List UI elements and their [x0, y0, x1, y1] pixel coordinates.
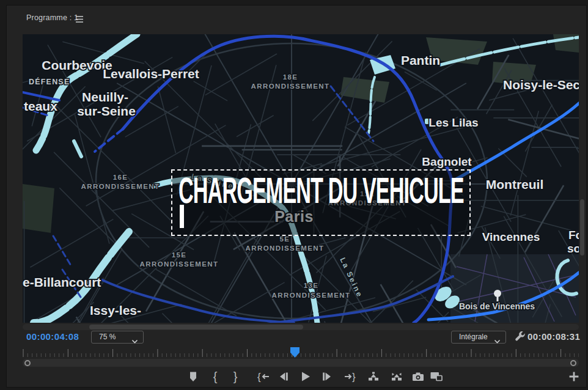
zoom-level-select[interactable]: 75 %: [91, 331, 144, 344]
svg-text:}: }: [352, 371, 356, 383]
comparison-view-button[interactable]: [428, 368, 445, 385]
map-label: so: [567, 242, 579, 255]
mark-out-button[interactable]: }: [227, 368, 244, 385]
export-frame-icon: [411, 369, 425, 384]
map-label: Bois de Vincennes: [459, 301, 535, 311]
horizontal-pan-scrollbar[interactable]: [23, 324, 579, 330]
step-back-icon: [276, 369, 291, 384]
panel-tab-title[interactable]: Programme : 1: [26, 13, 78, 22]
zoom-handle-left[interactable]: [24, 360, 31, 366]
map-label: 15E: [172, 251, 187, 259]
lift-icon: [366, 369, 381, 384]
step-forward-button[interactable]: [318, 368, 336, 385]
map-label: sur-Seine: [77, 104, 136, 118]
map-label: teaux: [24, 99, 57, 113]
map-label: Bagnolet: [422, 155, 472, 168]
mark-out-icon: }: [233, 370, 238, 383]
map-label: 16E: [113, 174, 128, 181]
extract-icon: [389, 369, 404, 384]
zoom-scrollbar[interactable]: [23, 359, 579, 367]
map-label: Vincennes: [482, 230, 540, 243]
vertical-pan-scrollbar[interactable]: [580, 199, 584, 256]
add-marker-button[interactable]: [185, 368, 202, 385]
step-back-button[interactable]: [275, 368, 292, 385]
map-label: 18E: [283, 73, 298, 81]
chevron-down-icon: [131, 336, 138, 347]
go-to-in-button[interactable]: {: [255, 368, 272, 385]
mark-in-button[interactable]: {: [207, 368, 224, 385]
map-label: ARRONDISSEMENT: [140, 260, 219, 268]
svg-text:{: {: [257, 371, 261, 383]
go-to-in-icon: {: [256, 369, 271, 384]
extract-button[interactable]: [388, 368, 405, 385]
export-frame-button[interactable]: [410, 368, 427, 385]
map-label: 5E: [280, 235, 290, 243]
playback-resolution-select[interactable]: Intégrale: [451, 331, 506, 344]
add-marker-icon: [186, 369, 200, 384]
map-label: Courbevoie: [42, 58, 112, 72]
playback-resolution-value: Intégrale: [459, 333, 488, 341]
time-ruler[interactable]: [23, 347, 579, 358]
wrench-icon: [513, 330, 526, 344]
button-editor-button[interactable]: [565, 368, 582, 385]
duration-timecode: 00:00:08:31: [527, 331, 580, 342]
comparison-view-icon: [429, 369, 444, 384]
map-label: Noisy-le-Sec: [503, 78, 579, 92]
map-label: ARRONDISSEMENT: [251, 83, 330, 90]
map-label: ARRONDISSEMENT: [272, 292, 351, 299]
settings-wrench-button[interactable]: [513, 330, 526, 344]
map-label: Les Lilas: [428, 116, 478, 129]
program-video-frame: CourbevoieLevallois-PerretNeuilly-sur-Se…: [23, 34, 579, 323]
title-text: CHARGEMENT DU VEHICULE: [178, 171, 464, 212]
mark-in-icon: {: [213, 370, 218, 383]
map-label: Issy-les-: [90, 303, 141, 317]
map-label: Neuilly-: [82, 90, 128, 104]
map-label: Pantin: [401, 53, 440, 67]
map-label: ARRONDISSEMENT: [246, 245, 325, 252]
map-label: 13E: [304, 282, 319, 289]
panel-menu-icon[interactable]: [75, 15, 85, 23]
text-cursor: [180, 205, 184, 228]
play-button[interactable]: [296, 368, 314, 385]
chevron-down-icon: [494, 336, 501, 347]
title-overlay-box[interactable]: CHARGEMENT DU VEHICULE: [171, 169, 471, 236]
program-monitor-panel: Programme : 1: [6, 5, 587, 388]
horizontal-pan-thumb[interactable]: [89, 325, 303, 329]
map-label: e-Billancourt: [23, 275, 101, 289]
go-to-out-icon: }: [343, 369, 358, 384]
go-to-out-button[interactable]: }: [342, 368, 359, 385]
lift-button[interactable]: [365, 368, 382, 385]
map-label: DÉFENSE: [29, 77, 70, 86]
map-label: ARRONDISSEMENT: [81, 183, 160, 190]
play-icon: [298, 369, 312, 384]
plus-icon: [567, 369, 581, 384]
map-label: Fo: [568, 229, 579, 241]
zoom-handle-right[interactable]: [570, 360, 576, 366]
map-label: Montreuil: [486, 177, 544, 191]
zoom-level-value: 75 %: [99, 333, 116, 341]
map-label: Levallois-Perret: [103, 67, 199, 81]
current-timecode[interactable]: 00:00:04:08: [26, 331, 79, 342]
step-forward-icon: [320, 369, 334, 384]
